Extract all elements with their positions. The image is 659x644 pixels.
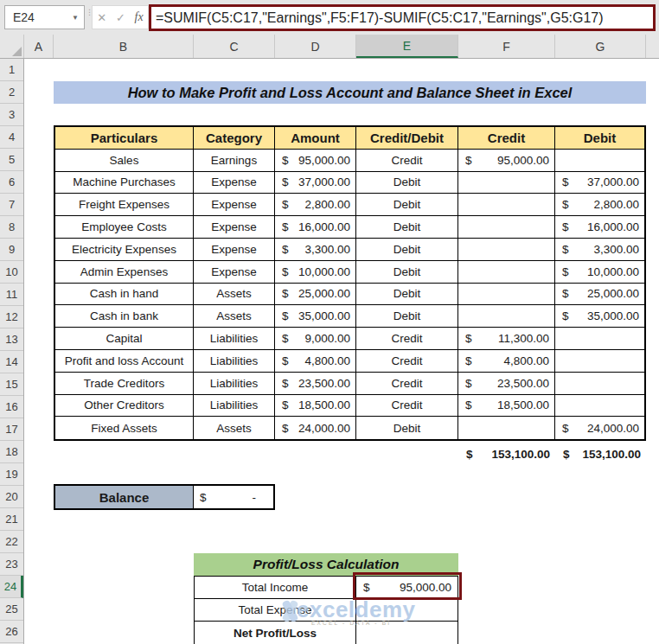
ledger-particulars-cell[interactable]: Capital [55, 328, 194, 350]
ledger-credit-cell[interactable] [458, 261, 555, 284]
balance-label-cell[interactable]: Balance [55, 486, 194, 508]
ledger-credit-cell[interactable] [458, 239, 555, 261]
row-header-12[interactable]: 12 [0, 306, 23, 328]
ledger-particulars-cell[interactable]: Machine Purchases [55, 172, 194, 194]
ledger-debit-cell[interactable] [555, 150, 644, 172]
ledger-credit-cell[interactable]: $23,500.00 [458, 373, 555, 395]
row-header-8[interactable]: 8 [0, 216, 23, 239]
name-box-dropdown-icon[interactable]: ▼ [72, 14, 79, 22]
ledger-header-debit[interactable]: Debit [555, 127, 644, 150]
ledger-credit-cell[interactable]: $11,300.00 [458, 328, 555, 350]
ledger-credit-cell[interactable]: $95,000.00 [458, 150, 555, 172]
row-header-17[interactable]: 17 [0, 418, 23, 441]
enter-icon[interactable]: ✓ [116, 11, 125, 24]
ledger-amount-cell[interactable]: $24,000.00 [275, 417, 356, 439]
row-header-19[interactable]: 19 [0, 463, 23, 486]
row-header-13[interactable]: 13 [0, 328, 23, 351]
column-header-F[interactable]: F [458, 35, 555, 58]
ledger-category-cell[interactable]: Liabilities [194, 373, 275, 395]
profit-loss-value-cell[interactable] [356, 622, 457, 644]
ledger-category-cell[interactable]: Liabilities [194, 350, 275, 373]
formula-bar-drag-handle[interactable]: ⋮ [86, 10, 89, 24]
profit-loss-label-cell[interactable]: Total Expense [195, 599, 356, 621]
ledger-credit-debit-cell[interactable]: Debit [356, 261, 458, 284]
column-header-A[interactable]: A [24, 35, 54, 58]
row-header-15[interactable]: 15 [0, 373, 23, 396]
ledger-debit-cell[interactable]: $35,000.00 [555, 305, 644, 328]
ledger-debit-cell[interactable]: $25,000.00 [555, 284, 644, 306]
row-header-18[interactable]: 18 [0, 441, 23, 463]
ledger-header-category[interactable]: Category [194, 127, 275, 150]
ledger-debit-cell[interactable] [555, 328, 644, 350]
ledger-header-credit-debit[interactable]: Credit/Debit [356, 127, 458, 150]
row-header-24[interactable]: 24 [0, 576, 23, 598]
ledger-category-cell[interactable]: Assets [194, 284, 275, 306]
ledger-debit-cell[interactable] [555, 350, 644, 373]
row-header-20[interactable]: 20 [0, 486, 23, 508]
ledger-debit-cell[interactable]: $24,000.00 [555, 417, 644, 439]
row-header-25[interactable]: 25 [0, 598, 23, 621]
row-header-2[interactable]: 2 [0, 81, 23, 104]
ledger-particulars-cell[interactable]: Freight Expenses [55, 194, 194, 216]
ledger-header-particulars[interactable]: Particulars [55, 127, 194, 150]
column-header-E[interactable]: E [356, 35, 458, 58]
ledger-debit-cell[interactable] [555, 373, 644, 395]
ledger-debit-cell[interactable]: $3,300.00 [555, 239, 644, 261]
debit-total-cell[interactable]: $ 153,100.00 [555, 443, 646, 465]
ledger-debit-cell[interactable]: $16,000.00 [555, 216, 644, 239]
insert-function-icon[interactable]: fx [135, 10, 144, 24]
ledger-amount-cell[interactable]: $3,300.00 [275, 239, 356, 261]
ledger-amount-cell[interactable]: $35,000.00 [275, 305, 356, 328]
ledger-credit-debit-cell[interactable]: Credit [356, 373, 458, 395]
ledger-particulars-cell[interactable]: Fixed Assets [55, 417, 194, 439]
ledger-category-cell[interactable]: Earnings [194, 150, 275, 172]
ledger-credit-cell[interactable] [458, 194, 555, 216]
ledger-category-cell[interactable]: Expense [194, 239, 275, 261]
row-header-11[interactable]: 11 [0, 284, 23, 306]
row-header-22[interactable]: 22 [0, 531, 23, 553]
ledger-amount-cell[interactable]: $95,000.00 [275, 150, 356, 172]
sheet-title-cell[interactable]: How to Make Profit and Loss Account and … [54, 81, 646, 104]
cancel-icon[interactable]: ✕ [97, 11, 106, 24]
ledger-particulars-cell[interactable]: Other Creditors [55, 395, 194, 418]
ledger-debit-cell[interactable]: $2,800.00 [555, 194, 644, 216]
row-header-21[interactable]: 21 [0, 508, 23, 531]
ledger-category-cell[interactable]: Expense [194, 261, 275, 284]
ledger-particulars-cell[interactable]: Electricity Expenses [55, 239, 194, 261]
ledger-category-cell[interactable]: Expense [194, 216, 275, 239]
column-header-B[interactable]: B [54, 35, 194, 58]
ledger-category-cell[interactable]: Liabilities [194, 328, 275, 350]
ledger-credit-debit-cell[interactable]: Credit [356, 350, 458, 373]
ledger-amount-cell[interactable]: $37,000.00 [275, 172, 356, 194]
row-header-6[interactable]: 6 [0, 171, 23, 194]
row-header-1[interactable]: 1 [0, 59, 23, 81]
ledger-credit-debit-cell[interactable]: Debit [356, 239, 458, 261]
ledger-credit-cell[interactable] [458, 216, 555, 239]
ledger-category-cell[interactable]: Liabilities [194, 395, 275, 418]
ledger-credit-cell[interactable] [458, 172, 555, 194]
ledger-amount-cell[interactable]: $4,800.00 [275, 350, 356, 373]
ledger-amount-cell[interactable]: $2,800.00 [275, 194, 356, 216]
ledger-particulars-cell[interactable]: Employee Costs [55, 216, 194, 239]
ledger-credit-debit-cell[interactable]: Debit [356, 194, 458, 216]
row-header-23[interactable]: 23 [0, 553, 23, 576]
formula-bar-input[interactable]: =SUMIF(C5:C17,"Earnings",F5:F17)-SUMIF(C… [151, 10, 608, 26]
ledger-credit-debit-cell[interactable]: Credit [356, 150, 458, 172]
profit-loss-value-cell[interactable] [356, 599, 457, 621]
row-header-16[interactable]: 16 [0, 396, 23, 418]
row-header-5[interactable]: 5 [0, 149, 23, 171]
ledger-debit-cell[interactable]: $10,000.00 [555, 261, 644, 284]
column-header-D[interactable]: D [275, 35, 356, 58]
ledger-particulars-cell[interactable]: Profit and loss Account [55, 350, 194, 373]
profit-loss-label-cell[interactable]: Net Profit/Loss [195, 622, 356, 644]
ledger-credit-debit-cell[interactable]: Debit [356, 216, 458, 239]
ledger-credit-debit-cell[interactable]: Debit [356, 417, 458, 439]
ledger-category-cell[interactable]: Expense [194, 172, 275, 194]
ledger-amount-cell[interactable]: $23,500.00 [275, 373, 356, 395]
ledger-category-cell[interactable]: Assets [194, 417, 275, 439]
credit-total-cell[interactable]: $ 153,100.00 [458, 443, 555, 465]
ledger-category-cell[interactable]: Assets [194, 305, 275, 328]
name-box[interactable]: E24 ▼ [4, 5, 85, 29]
ledger-credit-debit-cell[interactable]: Credit [356, 395, 458, 418]
ledger-credit-debit-cell[interactable]: Debit [356, 284, 458, 306]
